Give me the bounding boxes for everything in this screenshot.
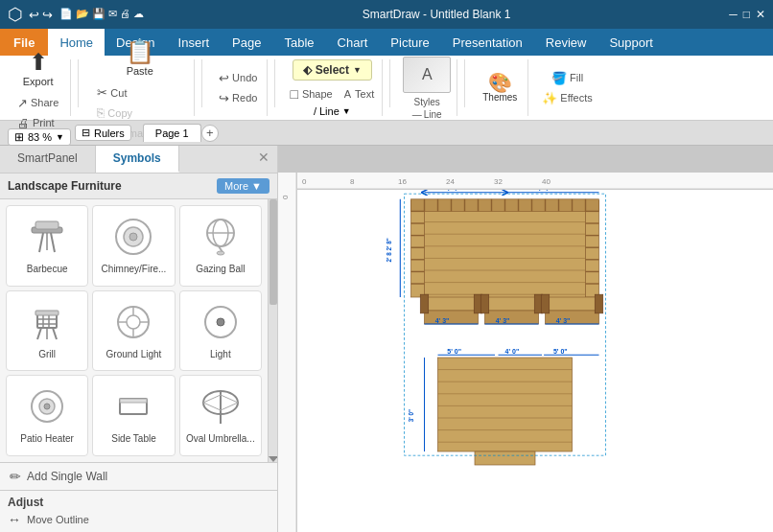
close-window-icon[interactable]: ✕ [756, 8, 765, 21]
cloud-icon[interactable]: ☁ [133, 8, 144, 22]
fill-icon: 🪣 [551, 71, 567, 85]
smartpanel-tab[interactable]: SmartPanel [0, 146, 96, 173]
ribbon: ⬆ Export ↗ Share 🖨 Print 📋 Paste ✂ Cut [0, 56, 773, 121]
symbol-side-table[interactable]: Side Table [92, 375, 175, 456]
share-button[interactable]: ↗ Share [13, 94, 62, 112]
zoom-dropdown-icon[interactable]: ▼ [56, 132, 64, 142]
more-dropdown-icon: ▼ [251, 180, 262, 192]
symbol-patio-heater[interactable]: Patio Heater [6, 375, 88, 456]
shape-label[interactable]: Shape [302, 88, 333, 100]
export-button[interactable]: ⬆ Export [14, 44, 62, 92]
adjust-row: ↔ Move Outline [8, 512, 269, 527]
symbol-light[interactable]: Light [179, 290, 262, 372]
patio-heater-label: Patio Heater [20, 433, 74, 444]
add-tab-button[interactable]: + [201, 125, 219, 142]
new-icon[interactable]: 📄 [59, 8, 73, 22]
undo-title-icon[interactable]: ↩ [29, 8, 39, 22]
scroll-indicator[interactable] [268, 199, 277, 462]
svg-rect-108 [475, 451, 535, 465]
effects-button[interactable]: ✨ Effects [538, 89, 596, 107]
symbol-chimney[interactable]: Chimney/Fire... [92, 205, 175, 287]
themes-label: Themes [482, 92, 517, 103]
page-tab-bar: ⊞ 83 % ▼ ⊟ Rulers Page 1 + [0, 121, 773, 146]
menu-insert[interactable]: Insert [167, 29, 222, 56]
symbol-gazing-ball[interactable]: Gazing Ball [179, 205, 262, 287]
more-button[interactable]: More ▼ [217, 178, 269, 194]
menu-picture[interactable]: Picture [379, 29, 440, 56]
symbols-grid: Barbecue Chimney/Fire... [0, 199, 268, 462]
menu-page[interactable]: Page [221, 29, 272, 56]
menu-presentation[interactable]: Presentation [441, 29, 534, 56]
fill-button[interactable]: 🪣 Fill [548, 69, 587, 87]
minimize-icon[interactable]: ─ [729, 8, 738, 21]
symbols-tab[interactable]: Symbols [96, 146, 179, 173]
undo-button[interactable]: ↩ Undo [215, 69, 261, 87]
svg-rect-88 [425, 297, 479, 311]
scroll-down-icon[interactable] [269, 456, 277, 462]
sep5 [464, 59, 465, 107]
svg-rect-1 [35, 221, 59, 229]
shape-icon[interactable]: □ [290, 86, 297, 102]
ribbon-group-select: ⬖ Select ▼ □ Shape A Text / Line ▼ [282, 59, 383, 116]
drawing-canvas[interactable]: 4' 4" 4' 4" 2' 8 2' 8" 4' 3" 4' 3" 4' 3"… [297, 190, 773, 532]
select-button[interactable]: ⬖ Select ▼ [293, 59, 372, 81]
svg-point-32 [44, 404, 50, 409]
svg-point-29 [217, 318, 224, 326]
scrollbar-thumb[interactable] [269, 199, 277, 305]
page-tab-1[interactable]: Page 1 [143, 124, 201, 142]
canvas-area[interactable]: 0 8 16 24 32 40 0 [278, 146, 773, 532]
move-outline-label: Move Outline [27, 514, 89, 525]
grill-icon [22, 297, 72, 347]
svg-text:16: 16 [398, 177, 407, 186]
redo-title-icon[interactable]: ↪ [42, 8, 53, 22]
svg-text:4' 3": 4' 3" [556, 317, 571, 324]
menu-review[interactable]: Review [534, 29, 598, 56]
save-icon[interactable]: 💾 [92, 8, 105, 22]
add-wall-button[interactable]: ✏ Add Single Wall [0, 462, 277, 490]
symbol-barbecue[interactable]: Barbecue [6, 205, 88, 287]
panel-close-button[interactable]: ✕ [250, 146, 277, 173]
symbol-oval-umbrella[interactable]: Oval Umbrella... [179, 375, 262, 456]
styles-preview[interactable]: A [403, 57, 451, 93]
ribbon-group-export: ⬆ Export ↗ Share 🖨 Print [6, 59, 71, 116]
copy-button[interactable]: ⎘ Copy [93, 104, 186, 122]
redo-button[interactable]: ↪ Redo [215, 89, 261, 107]
zoom-value[interactable]: 83 % [28, 131, 52, 143]
svg-rect-100 [438, 358, 573, 451]
open-icon[interactable]: 📂 [76, 8, 89, 22]
symbol-grill[interactable]: Grill [6, 290, 88, 372]
zoom-bar: ⊞ 83 % ▼ [8, 128, 71, 146]
side-table-label: Side Table [111, 433, 156, 444]
symbol-ground-light[interactable]: Ground Light [92, 290, 175, 372]
patio-heater-icon [22, 382, 72, 431]
main-layout: SmartPanel Symbols ✕ Landscape Furniture… [0, 146, 773, 532]
paste-button[interactable]: 📋 Paste [117, 34, 163, 81]
themes-button[interactable]: 🎨 Themes [478, 70, 522, 105]
menu-table[interactable]: Table [272, 29, 325, 56]
line-row[interactable]: / Line ▼ [314, 105, 351, 117]
cut-button[interactable]: ✂ Cut [93, 83, 186, 102]
svg-line-19 [53, 328, 57, 339]
effects-icon: ✨ [542, 91, 557, 105]
grid-icon: ⊞ [14, 130, 24, 144]
menu-support[interactable]: Support [597, 29, 665, 56]
category-header: Landscape Furniture More ▼ [0, 173, 277, 199]
svg-rect-50 [425, 210, 586, 304]
maximize-icon[interactable]: □ [743, 8, 750, 21]
svg-rect-21 [35, 311, 59, 315]
menu-bar: File Home Design Insert Page Table Chart… [0, 29, 773, 56]
line-style-row[interactable]: — Line [412, 109, 442, 120]
print-icon[interactable]: 🖨 [120, 8, 130, 22]
gazing-ball-icon [196, 212, 246, 262]
line-label: Line [319, 105, 340, 117]
text-label[interactable]: Text [355, 88, 374, 100]
more-label: More [224, 180, 248, 192]
adjust-title: Adjust [8, 496, 269, 509]
menu-chart[interactable]: Chart [326, 29, 380, 56]
svg-rect-91 [485, 311, 539, 324]
rulers-toggle[interactable]: ⊟ Rulers [75, 125, 131, 141]
email-icon[interactable]: ✉ [108, 8, 117, 22]
svg-rect-96 [480, 294, 488, 313]
sep2 [201, 59, 202, 107]
text-icon[interactable]: A [344, 88, 351, 100]
